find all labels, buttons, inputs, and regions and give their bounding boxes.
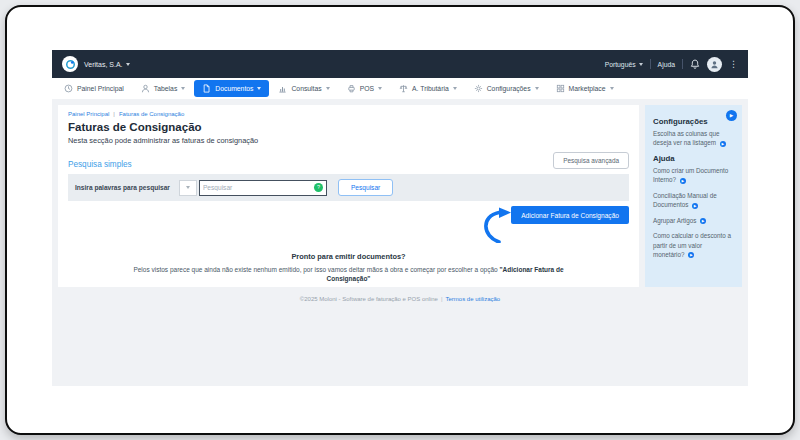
chevron-down-icon [181, 87, 185, 90]
sidebar-link-internal-doc[interactable]: Como criar um Documento Interno? ▶ [653, 166, 734, 185]
chevron-down-icon [126, 63, 130, 66]
action-row: Adicionar Fatura de Consignação [68, 203, 629, 239]
sidebar-settings-title: Configurações [653, 117, 734, 126]
content-area: Painel Principal | Faturas de Consignaçã… [52, 99, 748, 386]
nav-item-a-tributaria[interactable]: A. Tributária [391, 80, 465, 97]
app-viewport: Veritas, S.A. Português Ajuda [52, 50, 748, 386]
help-label: Ajuda [658, 61, 675, 68]
sidebar-link-label: Agrupar Artigos [653, 217, 696, 224]
advanced-search-button[interactable]: Pesquisa avançada [553, 152, 629, 169]
pos-icon [347, 84, 356, 93]
user-icon [710, 60, 719, 69]
nav-item-pos[interactable]: POS [339, 80, 390, 97]
nav-label: POS [360, 85, 374, 92]
search-field-label: Insira palavras para pesquisar [75, 184, 170, 191]
sidebar-link-conciliacao[interactable]: Conciliação Manual de Documentos ▶ [653, 191, 734, 210]
divider [682, 59, 683, 69]
help-sidebar: ▶ Configurações Escolha as colunas que d… [645, 105, 742, 287]
nav-item-marketplace[interactable]: Marketplace [548, 80, 622, 97]
search-input-wrap: ? [199, 180, 327, 196]
add-consignment-invoice-button[interactable]: Adicionar Fatura de Consignação [511, 206, 629, 224]
divider [650, 59, 651, 69]
content-row: Painel Principal | Faturas de Consignaçã… [58, 105, 742, 287]
page-title: Faturas de Consignação [68, 121, 629, 133]
sidebar-link-desconto[interactable]: Como calcular o desconto a partir de um … [653, 231, 734, 259]
app-footer: ©2025 Moloni - Software de faturação e P… [58, 296, 742, 302]
play-icon: ▶ [688, 252, 694, 258]
logo-icon [65, 59, 76, 70]
breadcrumb-home[interactable]: Painel Principal [68, 111, 109, 117]
search-input[interactable] [203, 184, 312, 191]
sidebar-link-label: Como criar um Documento Interno? [653, 167, 728, 183]
sidebar-link-label: Conciliação Manual de Documentos [653, 192, 717, 208]
chevron-down-icon [453, 87, 457, 90]
nav-item-documentos[interactable]: Documentos [194, 80, 269, 97]
footer-copyright: ©2025 Moloni - Software de faturação e P… [300, 296, 438, 302]
play-icon: ▶ [692, 203, 698, 209]
nav-label: Marketplace [569, 85, 606, 92]
play-icon: ▶ [720, 141, 726, 147]
nav-item-consultas[interactable]: Consultas [270, 80, 337, 97]
language-label: Português [605, 61, 636, 68]
chevron-down-icon [639, 63, 643, 66]
search-type-dropdown[interactable] [179, 180, 197, 196]
search-header: Pesquisa simples Pesquisa avançada [68, 152, 629, 169]
help-menu[interactable]: Ajuda [658, 61, 675, 68]
nav-label: Documentos [215, 85, 253, 92]
main-panel: Painel Principal | Faturas de Consignaçã… [58, 105, 639, 287]
nav-item-tabelas[interactable]: Tabelas [133, 80, 193, 97]
grid-icon [556, 84, 565, 93]
users-icon [141, 84, 150, 93]
bell-icon [690, 59, 700, 69]
nav-label: Painel Principal [77, 85, 124, 92]
notifications-button[interactable] [690, 59, 700, 69]
chevron-down-icon [610, 87, 614, 90]
main-navigation: Painel Principal Tabelas Documentos [52, 78, 748, 99]
company-logo [62, 56, 78, 72]
language-selector[interactable]: Português [605, 61, 643, 68]
chevron-down-icon [535, 87, 539, 90]
document-icon [202, 84, 211, 93]
search-bar: Insira palavras para pesquisar ? Pesquis… [68, 174, 629, 201]
sidebar-link-label: Escolha as colunas que deseja ver na lis… [653, 130, 720, 146]
sidebar-help-title: Ajuda [653, 154, 734, 163]
window-frame: Veritas, S.A. Português Ajuda [5, 5, 795, 435]
breadcrumb-current[interactable]: Faturas de Consignação [119, 111, 184, 117]
nav-label: Consultas [291, 85, 321, 92]
screenshot-stage: Veritas, S.A. Português Ajuda [0, 0, 800, 440]
top-bar: Veritas, S.A. Português Ajuda [52, 50, 748, 78]
breadcrumb-separator: | [113, 111, 115, 117]
nav-label: Tabelas [154, 85, 177, 92]
company-switcher[interactable]: Veritas, S.A. [84, 61, 130, 68]
gear-icon [474, 84, 483, 93]
chevron-down-icon [257, 87, 261, 90]
topbar-actions: Português Ajuda [605, 57, 738, 72]
page-subtitle: Nesta secção pode administrar as faturas… [68, 136, 629, 145]
play-icon: ▶ [680, 178, 686, 184]
nav-item-painel-principal[interactable]: Painel Principal [56, 80, 132, 97]
search-submit-button[interactable]: Pesquisar [338, 179, 393, 196]
footer-separator: | [441, 296, 443, 302]
empty-state-heading: Pronto para emitir documentos? [68, 252, 629, 261]
sidebar-link-agrupar[interactable]: Agrupar Artigos ▶ [653, 216, 734, 225]
clock-icon [64, 84, 73, 93]
sidebar-link-columns[interactable]: Escolha as colunas que deseja ver na lis… [653, 129, 734, 148]
help-badge-icon[interactable]: ? [314, 183, 323, 192]
sidebar-play-button[interactable]: ▶ [726, 110, 737, 121]
more-options-button[interactable]: ⋮ [729, 60, 738, 69]
empty-state-message: Pelos vistos parece que ainda não existe… [114, 265, 584, 283]
empty-state-text: Pelos vistos parece que ainda não existe… [133, 266, 499, 273]
company-name: Veritas, S.A. [84, 61, 123, 68]
breadcrumb: Painel Principal | Faturas de Consignaçã… [68, 111, 629, 117]
play-icon: ▶ [700, 218, 706, 224]
simple-search-label: Pesquisa simples [68, 160, 132, 169]
chevron-down-icon [186, 186, 190, 189]
nav-label: Configurações [487, 85, 531, 92]
chart-icon [278, 84, 287, 93]
terms-link[interactable]: Termos de utilização [446, 296, 501, 302]
empty-state: Pronto para emitir documentos? Pelos vis… [68, 252, 629, 283]
tax-icon [399, 84, 408, 93]
nav-item-configuracoes[interactable]: Configurações [466, 80, 547, 97]
user-avatar[interactable] [707, 57, 722, 72]
chevron-down-icon [378, 87, 382, 90]
